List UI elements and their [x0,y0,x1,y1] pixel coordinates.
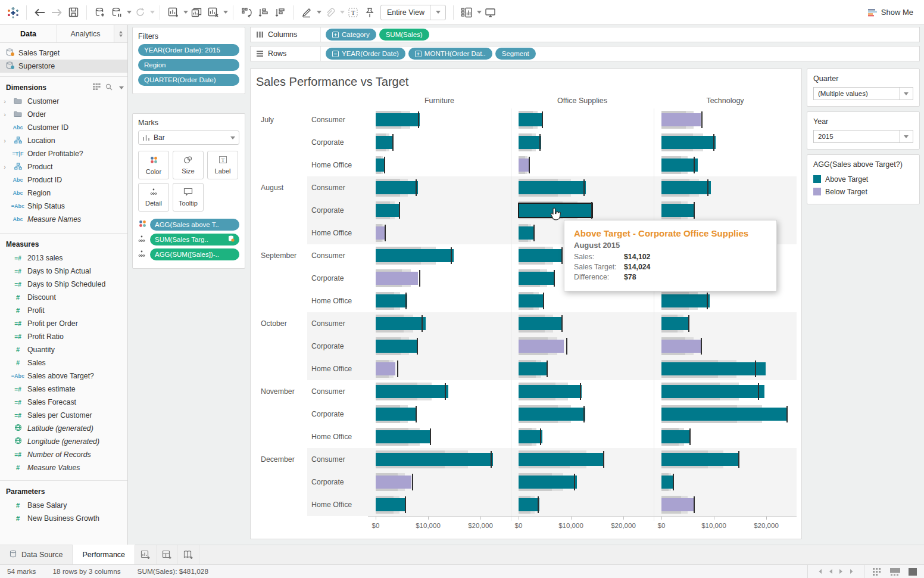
new-worksheet-button[interactable] [165,4,182,21]
sales-bar[interactable] [661,385,764,398]
sales-bar[interactable] [661,408,788,421]
show-mark-labels-caret[interactable] [477,11,482,14]
sales-bar[interactable] [376,408,417,421]
measure-field[interactable]: =#Days to Ship Actual [0,265,127,278]
mark-type-dropdown[interactable]: Bar [138,130,239,145]
measure-field[interactable]: #Discount [0,291,127,304]
sheet-tab[interactable]: Performance [73,545,135,564]
detail-button[interactable]: Detail [138,183,169,212]
dimension-field[interactable]: ›Order [0,108,127,121]
measure-field[interactable]: =#Sales estimate [0,383,127,396]
rows-shelf-pill[interactable]: +MONTH(Order Dat.. [408,48,492,60]
dimension-field[interactable]: AbcCustomer ID [0,121,127,134]
measure-field[interactable]: =AbcSales above Target? [0,369,127,383]
sales-bar[interactable] [519,430,542,443]
view-grid-icon[interactable] [93,83,101,92]
filter-pill[interactable]: QUARTER(Order Date) [138,74,239,86]
save-icon[interactable] [65,4,82,21]
swap-rows-columns-button[interactable] [238,4,255,21]
label-button[interactable]: TLabel [207,151,238,179]
sales-bar[interactable] [519,113,543,126]
worksheet-view[interactable]: Sales Performance vs Target FurnitureOff… [250,69,802,539]
sales-bar[interactable] [519,498,539,511]
tab-data[interactable]: Data [0,25,57,42]
data-source-item[interactable]: Sales Target [0,46,127,60]
sort-ascending-button[interactable] [255,4,271,21]
columns-shelf[interactable]: Columns +CategorySUM(Sales) [250,27,920,42]
pause-updates-caret[interactable] [127,11,132,14]
expand-chevron-icon[interactable]: › [0,111,8,118]
search-icon[interactable] [105,83,113,92]
sales-bar[interactable] [376,453,493,466]
sales-bar[interactable] [376,226,385,240]
filter-pill[interactable]: Region [138,59,239,71]
measure-field[interactable]: =#Days to Ship Scheduled [0,278,127,291]
sort-descending-button[interactable] [271,4,288,21]
sales-bar[interactable] [519,181,586,194]
sales-bar[interactable] [376,136,394,149]
clear-sheet-caret[interactable] [223,11,228,14]
chart-area[interactable]: JulyConsumerCorporateHome OfficeAugustCo… [251,108,797,516]
sales-bar[interactable] [376,385,448,398]
sales-bar[interactable] [661,159,698,172]
measure-field[interactable]: =#Number of Records [0,448,127,461]
refresh-button[interactable] [132,4,148,21]
dimension-field[interactable]: AbcMeasure Names [0,213,127,226]
sales-bar[interactable] [376,317,426,330]
measure-field[interactable]: Latitude (generated) [0,422,127,435]
sales-bar[interactable] [376,340,418,353]
sales-bar[interactable] [519,249,563,262]
sales-bar[interactable] [661,113,701,126]
presentation-mode-button[interactable] [482,4,498,21]
rows-shelf-pill[interactable]: Segment [495,48,536,60]
marks-pill[interactable]: SUM(Sales Targ.. [150,234,239,246]
sales-bar[interactable] [376,249,454,262]
measure-field[interactable]: =#Profit per Order [0,317,127,330]
rows-shelf-pill[interactable]: −YEAR(Order Date) [326,48,405,60]
pause-updates-button[interactable] [108,4,125,21]
text-label-icon[interactable]: T [345,4,361,21]
measure-field[interactable]: =#Sales per Customer [0,409,127,422]
sales-bar[interactable] [519,294,544,307]
dimension-field[interactable]: AbcProduct ID [0,173,127,187]
sales-bar[interactable] [661,498,694,511]
group-caret[interactable] [340,11,345,14]
parameter-field[interactable]: #New Business Growth [0,512,127,525]
sales-bar[interactable] [519,272,555,285]
columns-shelf-pill[interactable]: SUM(Sales) [379,29,429,41]
sales-bar[interactable] [519,340,564,353]
sales-bar[interactable] [376,272,418,285]
rows-shelf[interactable]: Rows −YEAR(Order Date)+MONTH(Order Dat..… [250,46,920,61]
new-story-tab-button[interactable] [178,545,199,564]
expand-plus-icon[interactable]: + [332,32,339,38]
columns-shelf-pill[interactable]: +Category [326,29,376,41]
fix-axes-pin-icon[interactable] [361,4,378,21]
dimension-field[interactable]: ›Location [0,134,127,147]
measure-field[interactable]: =#2013 sales [0,251,127,265]
sales-bar[interactable] [661,181,711,194]
duplicate-sheet-button[interactable] [188,4,205,21]
legend-item[interactable]: Below Target [813,185,913,198]
sales-bar[interactable] [661,136,716,149]
fit-dropdown[interactable]: Entire View [380,5,446,20]
refresh-caret[interactable] [150,11,155,14]
undo-button[interactable] [32,4,48,21]
sales-bar[interactable] [661,204,695,217]
measure-field[interactable]: #Measure Values [0,461,127,474]
show-me-button[interactable]: Show Me [867,8,919,17]
highlight-pen-icon[interactable] [298,4,315,21]
highlight-caret[interactable] [317,11,321,14]
measure-field[interactable]: Longitude (generated) [0,435,127,448]
show-mark-labels-button[interactable] [458,4,475,21]
sales-bar[interactable] [376,204,400,217]
view-tiles-icon[interactable] [873,568,882,576]
expand-chevron-icon[interactable]: › [0,98,8,105]
sales-bar[interactable] [519,159,529,172]
measure-field[interactable]: #Profit [0,304,127,317]
dimension-field[interactable]: ›Product [0,160,127,173]
fit-dropdown-caret[interactable] [430,5,445,20]
sales-bar[interactable] [661,317,689,330]
measure-field[interactable]: #Sales [0,356,127,369]
quarter-filter-dropdown[interactable]: (Multiple values) [813,87,913,100]
parameter-field[interactable]: #Base Salary [0,499,127,512]
